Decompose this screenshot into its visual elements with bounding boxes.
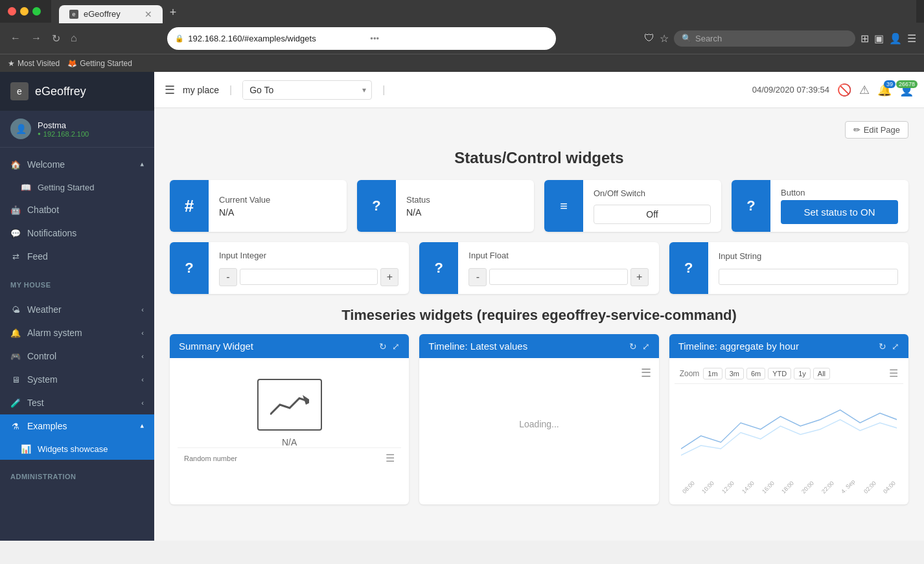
input-string-icon: ? bbox=[669, 242, 708, 294]
sidebar-item-welcome[interactable]: 🏠 Welcome ▾ bbox=[0, 153, 154, 176]
zoom-1m-button[interactable]: 1m bbox=[703, 368, 722, 379]
status-content: Status N/A bbox=[396, 180, 534, 232]
minimize-window-button[interactable] bbox=[20, 7, 29, 16]
button-icon: ? bbox=[732, 180, 770, 232]
timeline-latest-expand-icon[interactable]: ⤢ bbox=[642, 341, 650, 352]
input-integer-increment[interactable]: + bbox=[380, 268, 398, 286]
input-string-field[interactable] bbox=[719, 269, 898, 285]
zoom-3m-button[interactable]: 3m bbox=[725, 368, 744, 379]
close-window-button[interactable] bbox=[8, 7, 16, 16]
address-menu-icon[interactable]: ••• bbox=[362, 30, 548, 47]
home-button[interactable]: ⌂ bbox=[68, 30, 80, 47]
bookmark-getting-started[interactable]: 🦊 Getting Started bbox=[67, 59, 132, 68]
hamburger-menu-icon[interactable]: ☰ bbox=[165, 83, 175, 97]
input-float-decrement[interactable]: - bbox=[468, 268, 487, 286]
timeline-latest-header-icons: ↻ ⤢ bbox=[629, 341, 650, 352]
status-widget: ? Status N/A bbox=[357, 180, 534, 232]
forward-button[interactable]: → bbox=[29, 30, 44, 47]
alarm-arrow-icon: ‹ bbox=[141, 329, 144, 337]
back-button[interactable]: ← bbox=[8, 30, 23, 47]
input-integer-widget: ? Input Integer - + bbox=[170, 242, 409, 294]
user-badge-icon[interactable]: 👤 26678 bbox=[899, 83, 914, 97]
zoom-all-button[interactable]: All bbox=[813, 368, 830, 379]
refresh-button[interactable]: ↻ bbox=[49, 30, 63, 47]
bookmark-icon[interactable]: ☆ bbox=[660, 32, 669, 45]
edit-page-button[interactable]: ✏ Edit Page bbox=[845, 121, 908, 139]
chart-x-labels: 08:00 10:00 12:00 14:00 16:00 18:00 20:0… bbox=[675, 488, 903, 499]
menu-icon[interactable]: ☰ bbox=[907, 32, 916, 45]
active-tab[interactable]: e eGeoffrey ✕ bbox=[59, 5, 163, 23]
sidebar-item-chatbot[interactable]: 🤖 Chatbot bbox=[0, 198, 154, 221]
set-status-on-button[interactable]: Set status to ON bbox=[781, 200, 898, 224]
edit-page-container: ✏ Edit Page bbox=[170, 121, 908, 139]
current-value-row: # Current Value N/A bbox=[170, 180, 347, 232]
input-integer-row: ? Input Integer - + bbox=[170, 242, 409, 294]
search-bar[interactable]: 🔍 Search bbox=[674, 30, 855, 47]
timeline-aggregate-widget: Timeline: aggregate by hour ↻ ⤢ Zoom 1m … bbox=[669, 334, 908, 504]
timeline-aggregate-header: Timeline: aggregate by hour ↻ ⤢ bbox=[669, 334, 908, 358]
new-tab-button[interactable]: + bbox=[165, 5, 181, 21]
button-content: Button Set status to ON bbox=[770, 180, 908, 232]
goto-selector[interactable]: Go To ▾ bbox=[242, 80, 372, 100]
aggregate-menu-icon[interactable]: ☰ bbox=[889, 367, 898, 379]
topbar-action-icons: 🚫 ⚠ 🔔 39 👤 26678 bbox=[837, 83, 914, 97]
timeline-aggregate-title: Timeline: aggregate by hour bbox=[678, 341, 799, 352]
sidebar-item-examples[interactable]: ⚗ Examples ▾ bbox=[0, 414, 154, 438]
sidebar-item-feed[interactable]: ⇄ Feed bbox=[0, 245, 154, 268]
user-avatar: 👤 bbox=[10, 118, 31, 139]
aggregate-controls-bar: Zoom 1m 3m 6m YTD 1y All ☰ bbox=[675, 363, 903, 384]
screen-icon[interactable]: ▣ bbox=[874, 32, 884, 45]
tab-close-button[interactable]: ✕ bbox=[144, 9, 152, 19]
timeline-aggregate-refresh-icon[interactable]: ↻ bbox=[879, 341, 886, 352]
status-label: Status bbox=[406, 195, 524, 205]
extensions-icon[interactable]: ⊞ bbox=[860, 32, 869, 45]
address-bar[interactable]: 🔒 192.168.2.160/#examples/widgets ••• bbox=[167, 27, 556, 50]
current-value-label: Current Value bbox=[219, 195, 336, 205]
sidebar-item-control[interactable]: 🎮 Control ‹ bbox=[0, 344, 154, 368]
input-widgets-grid: ? Input Integer - + bbox=[170, 242, 908, 294]
input-float-increment[interactable]: + bbox=[630, 268, 649, 286]
input-integer-icon: ? bbox=[170, 242, 209, 294]
zoom-6m-button[interactable]: 6m bbox=[746, 368, 765, 379]
current-value-value: N/A bbox=[219, 207, 336, 218]
input-float-label: Input Float bbox=[468, 251, 648, 260]
summary-menu-icon[interactable]: ☰ bbox=[386, 452, 395, 464]
input-float-field[interactable] bbox=[489, 269, 627, 285]
timeline-latest-body: ☰ Loading... bbox=[419, 358, 658, 488]
zoom-1y-button[interactable]: 1y bbox=[794, 368, 811, 379]
sidebar-item-getting-started[interactable]: 📖 Getting Started bbox=[0, 176, 154, 198]
input-integer-decrement[interactable]: - bbox=[219, 268, 237, 286]
notification-bell-icon[interactable]: 🔔 39 bbox=[877, 83, 892, 97]
sidebar-item-system[interactable]: 🖥 System ‹ bbox=[0, 368, 154, 391]
input-string-widget: ? Input String bbox=[669, 242, 908, 294]
input-integer-field[interactable] bbox=[240, 269, 378, 285]
summary-refresh-icon[interactable]: ↻ bbox=[379, 341, 387, 352]
sidebar-item-notifications[interactable]: 💬 Notifications bbox=[0, 221, 154, 245]
sidebar-item-widgets-showcase[interactable]: 📊 Widgets showcase bbox=[0, 438, 154, 460]
alert-icon[interactable]: ⚠ bbox=[859, 83, 870, 97]
sidebar-item-weather[interactable]: 🌤 Weather ‹ bbox=[0, 298, 154, 321]
input-integer-controls: - + bbox=[219, 268, 398, 286]
sidebar-item-feed-label: Feed bbox=[27, 251, 48, 262]
account-icon[interactable]: 👤 bbox=[889, 32, 902, 45]
home-icon: 🏠 bbox=[10, 159, 21, 170]
timeline-aggregate-expand-icon[interactable]: ⤢ bbox=[892, 341, 899, 352]
sidebar-item-alarm[interactable]: 🔔 Alarm system ‹ bbox=[0, 321, 154, 344]
timeline-latest-menu-icon[interactable]: ☰ bbox=[641, 366, 651, 380]
summary-expand-icon[interactable]: ⤢ bbox=[392, 341, 400, 352]
shield-icon[interactable]: 🛡 bbox=[644, 32, 654, 44]
timeline-aggregate-body: Zoom 1m 3m 6m YTD 1y All ☰ bbox=[669, 358, 908, 504]
no-entry-icon[interactable]: 🚫 bbox=[837, 83, 851, 97]
bookmark-most-visited[interactable]: ★ Most Visited bbox=[8, 59, 60, 68]
goto-select-input[interactable]: Go To bbox=[243, 81, 357, 99]
brand-name: eGeoffrey bbox=[35, 85, 86, 98]
zoom-ytd-button[interactable]: YTD bbox=[768, 368, 791, 379]
timeline-latest-refresh-icon[interactable]: ↻ bbox=[629, 341, 637, 352]
bookmark-firefox-icon: 🦊 bbox=[67, 59, 77, 68]
status-control-widgets-grid: # Current Value N/A ? Status N/A bbox=[170, 180, 908, 232]
timeseries-widgets-grid: Summary Widget ↻ ⤢ N/A bbox=[170, 334, 908, 504]
user-count-badge: 26678 bbox=[896, 80, 918, 88]
user-ip: 192.168.2.100 bbox=[38, 130, 89, 138]
sidebar-item-test[interactable]: 🧪 Test ‹ bbox=[0, 391, 154, 414]
maximize-window-button[interactable] bbox=[32, 7, 41, 16]
